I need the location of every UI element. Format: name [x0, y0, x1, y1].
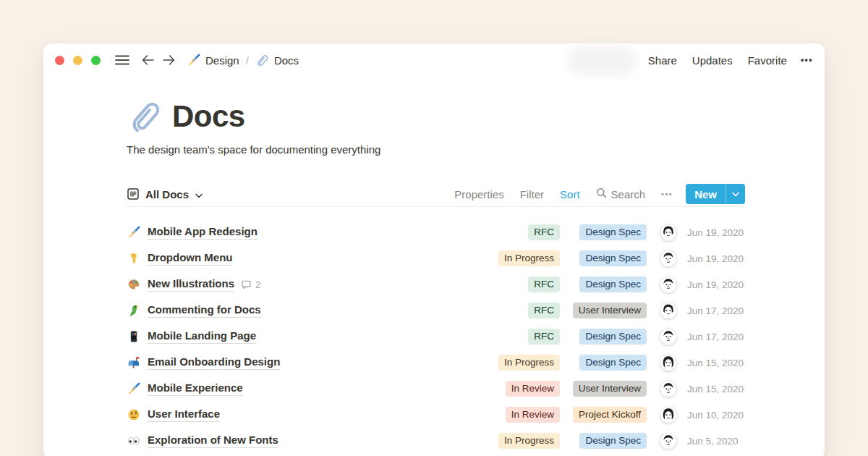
doc-title-link[interactable]: Mobile Landing Page	[148, 329, 256, 344]
status-tag[interactable]: In Progress	[498, 433, 560, 449]
topbar-action-updates[interactable]: Updates	[692, 54, 733, 67]
topbar-action-favorite[interactable]: Favorite	[748, 54, 787, 67]
table-row[interactable]: New Illustrations 2RFCDesign Spec Jun 19…	[127, 271, 745, 297]
breadcrumb-current[interactable]: Docs	[255, 54, 299, 67]
avatar-man	[660, 380, 677, 397]
doc-type-tag[interactable]: Design Spec	[579, 276, 647, 292]
comment-count[interactable]: 2	[241, 279, 261, 290]
doc-title-link[interactable]: Commenting for Docs	[148, 303, 261, 318]
status-tag[interactable]: RFC	[528, 276, 560, 292]
table-row[interactable]: Email Onboarding DesignIn ProgressDesign…	[127, 350, 745, 376]
breadcrumb-separator: /	[246, 54, 249, 67]
status-tag[interactable]: In Review	[506, 381, 560, 397]
doc-title-link[interactable]: User Interface	[148, 408, 220, 422]
forward-arrow-icon[interactable]	[162, 54, 176, 66]
status-tag[interactable]: RFC	[528, 303, 560, 318]
doc-type-tag[interactable]: User Interview	[573, 381, 647, 397]
mailbox-icon	[127, 355, 141, 370]
breadcrumb-parent-label: Design	[205, 54, 239, 67]
new-button-label[interactable]: New	[686, 184, 726, 204]
search-icon	[596, 187, 607, 200]
doc-type-tag[interactable]: Design Spec	[579, 433, 647, 449]
page-header: Docs	[127, 98, 745, 135]
doc-title-link[interactable]: Exploration of New Fonts	[148, 434, 278, 448]
toolbar-properties-button[interactable]: Properties	[454, 188, 503, 200]
blurred-presence-indicator	[567, 46, 637, 76]
doc-type-tag[interactable]: Design Spec	[579, 355, 647, 371]
doc-title-link[interactable]: Mobile App Redesign	[148, 225, 258, 240]
doc-title-link[interactable]: Mobile Experience	[148, 381, 243, 396]
doc-title-link[interactable]: Email Onboarding Design	[148, 355, 280, 370]
raised-eyebrow-face-icon	[127, 408, 141, 422]
comment-bubble-icon	[241, 279, 252, 290]
breadcrumb-current-label: Docs	[274, 54, 299, 67]
avatar-woman-bob	[660, 354, 677, 371]
view-label: All Docs	[145, 188, 189, 200]
topbar-action-share[interactable]: Share	[648, 54, 677, 67]
edited-date: Jun 19, 2020	[687, 227, 745, 238]
topbar-actions: ShareUpdatesFavorite	[648, 54, 787, 67]
doc-type-tag[interactable]: User Interview	[573, 303, 647, 318]
edited-date: Jun 15, 2020	[687, 358, 745, 368]
back-arrow-icon[interactable]	[141, 54, 155, 66]
search-label: Search	[611, 188, 646, 200]
table-row[interactable]: Mobile App RedesignRFCDesign Spec Jun 19…	[127, 219, 745, 245]
page-paperclip-icon[interactable]	[127, 98, 163, 135]
table-row[interactable]: Dropdown MenuIn ProgressDesign Spec Jun …	[127, 245, 745, 271]
doc-type-tag[interactable]: Design Spec	[579, 224, 647, 240]
app-window: Design / Docs ShareUpdatesFavorite ••• D…	[43, 43, 825, 456]
more-options-icon[interactable]: •••	[801, 55, 813, 65]
table-row[interactable]: Exploration of New FontsIn ProgressDesig…	[127, 428, 745, 454]
view-switcher[interactable]: All Docs	[127, 187, 203, 200]
new-button[interactable]: New	[686, 184, 745, 204]
table-row[interactable]: Mobile ExperienceIn ReviewUser Interview…	[127, 376, 745, 402]
status-tag[interactable]: In Progress	[498, 250, 560, 266]
avatar-man	[660, 328, 677, 345]
toolbar-menu: PropertiesFilterSort	[454, 188, 579, 200]
doc-type-tag[interactable]: Design Spec	[579, 329, 647, 345]
window-topbar: Design / Docs ShareUpdatesFavorite •••	[43, 43, 825, 77]
doc-type-tag[interactable]: Project Kickoff	[573, 407, 647, 423]
doc-title-link[interactable]: Dropdown Menu	[148, 251, 232, 266]
traffic-light-close[interactable]	[55, 56, 64, 65]
traffic-light-zoom[interactable]	[91, 56, 101, 65]
table-row[interactable]: User InterfaceIn ReviewProject Kickoff J…	[127, 402, 745, 428]
eyes-icon	[127, 434, 141, 448]
avatar-woman-bob	[660, 406, 677, 423]
toolbar-more-icon[interactable]: •••	[661, 190, 673, 198]
menu-icon[interactable]	[115, 55, 129, 65]
status-tag[interactable]: In Review	[506, 407, 560, 423]
parrot-icon	[127, 303, 141, 318]
doc-type-tag[interactable]: Design Spec	[579, 250, 647, 266]
paintbrush-icon	[127, 381, 141, 396]
table-row[interactable]: Mobile Landing PageRFCDesign Spec Jun 17…	[127, 324, 745, 350]
search-button[interactable]: Search	[596, 187, 646, 200]
toolbar-filter-button[interactable]: Filter	[520, 188, 544, 200]
page-title: Docs	[172, 99, 245, 134]
breadcrumb-parent[interactable]: Design	[187, 54, 239, 67]
edited-date: Jun 15, 2020	[687, 384, 745, 394]
new-button-chevron[interactable]	[726, 184, 745, 204]
paintbrush-icon	[127, 225, 141, 240]
edited-date: Jun 10, 2020	[687, 410, 745, 421]
breadcrumb: Design / Docs	[187, 54, 299, 67]
status-tag[interactable]: In Progress	[498, 355, 560, 371]
toolbar-sort-button[interactable]: Sort	[560, 188, 580, 200]
doc-title-link[interactable]: New Illustrations	[148, 277, 234, 292]
status-tag[interactable]: RFC	[528, 329, 560, 345]
avatar-man	[660, 276, 677, 293]
edited-date: Jun 19, 2020	[687, 253, 745, 264]
table-top-divider	[127, 206, 745, 207]
paintbrush-icon	[187, 54, 200, 67]
database-toolbar: All Docs PropertiesFilterSort Search •••…	[127, 183, 745, 205]
doc-table: Mobile App RedesignRFCDesign Spec Jun 19…	[127, 219, 745, 454]
paperclip-icon	[255, 54, 269, 67]
list-view-icon	[127, 187, 140, 200]
avatar-woman-side	[660, 224, 677, 241]
edited-date: Jun 5, 2020	[687, 436, 745, 447]
table-row[interactable]: Commenting for DocsRFCUser Interview Jun…	[127, 297, 745, 324]
avatar-man	[660, 250, 677, 267]
status-tag[interactable]: RFC	[528, 224, 560, 240]
palette-icon	[127, 277, 141, 292]
traffic-light-minimize[interactable]	[73, 56, 82, 65]
